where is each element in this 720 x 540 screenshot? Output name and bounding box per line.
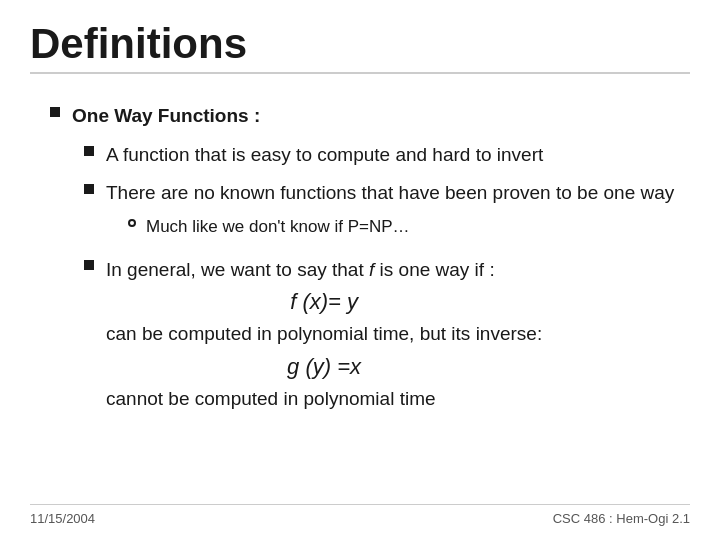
bullet-item-1: A function that is easy to compute and h…: [84, 141, 690, 170]
section-heading-item: One Way Functions :: [50, 102, 690, 131]
sub-bullets-container: A function that is easy to compute and h…: [84, 141, 690, 415]
slide: Definitions One Way Functions : A functi…: [0, 0, 720, 540]
footer-date: 11/15/2004: [30, 511, 95, 526]
formula-gy-x: g (y) =x: [106, 354, 542, 380]
content-area: One Way Functions : A function that is e…: [30, 102, 690, 414]
bullet-text-2-container: There are no known functions that have b…: [106, 179, 674, 245]
bullet-icon-3: [84, 184, 94, 194]
end-text: cannot be computed in polynomial time: [106, 384, 542, 414]
sub-bullet-1: Much like we don't know if P=NP…: [128, 214, 674, 240]
sub-bullet-text-1: Much like we don't know if P=NP…: [146, 214, 410, 240]
footer-course: CSC 486 : Hem-Ogi 2.1: [553, 511, 690, 526]
page-title: Definitions: [30, 20, 690, 74]
one-way-section: In general, we want to say that f is one…: [106, 255, 542, 414]
footer: 11/15/2004 CSC 486 : Hem-Ogi 2.1: [30, 504, 690, 526]
bullet-icon-4: [84, 260, 94, 270]
bullet-text-1: A function that is easy to compute and h…: [106, 141, 543, 170]
f-italic: f: [369, 259, 374, 280]
middle-text: can be computed in polynomial time, but …: [106, 319, 542, 349]
bullet-text-2: There are no known functions that have b…: [106, 179, 674, 208]
bullet-icon-2: [84, 146, 94, 156]
bullet-item-3: In general, we want to say that f is one…: [84, 255, 690, 414]
sub-bullet-icon-1: [128, 219, 136, 227]
bullet-item-2: There are no known functions that have b…: [84, 179, 690, 245]
bullet-icon-1: [50, 107, 60, 117]
section-heading-text: One Way Functions :: [72, 102, 260, 131]
formula-fx-y: f (x)= y: [106, 289, 542, 315]
bullet-3-intro: In general, we want to say that f is one…: [106, 255, 542, 285]
